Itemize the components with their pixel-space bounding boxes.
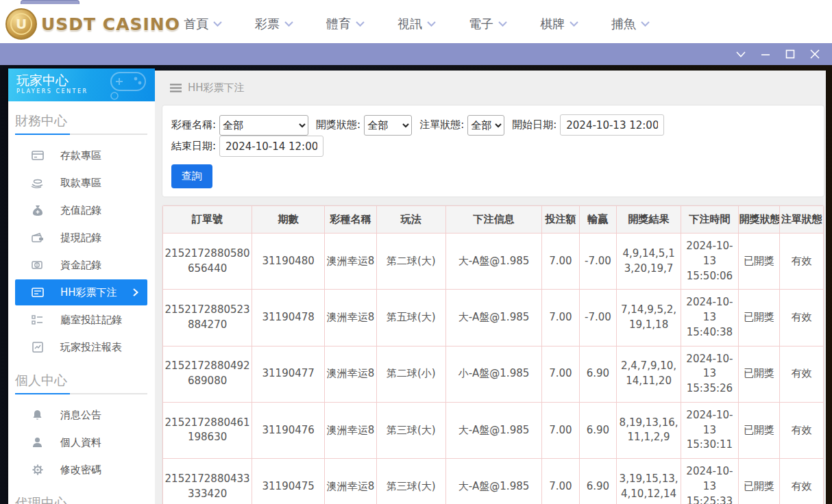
sidebar-item-change-password[interactable]: 修改密碼 xyxy=(8,456,155,483)
cell-lottery: 澳洲幸运8 xyxy=(325,459,377,504)
sidebar-section-finance: 財務中心 xyxy=(8,101,155,134)
cell-win-loss: -7.00 xyxy=(579,234,617,290)
lottery-bets-icon xyxy=(31,288,44,297)
table-header-row: 訂單號 期數 彩種名稱 玩法 下注信息 投注額 輸贏 開獎結果 下注時間 開獎狀… xyxy=(163,206,824,234)
cell-period: 31190480 xyxy=(252,234,325,290)
sidebar-item-label: HH彩票下注 xyxy=(60,286,117,299)
col-header-win-loss: 輸贏 xyxy=(579,206,617,234)
window-dropdown-icon[interactable] xyxy=(735,48,747,60)
cell-result: 8,19,13,16,11,1,2,9 xyxy=(617,402,681,458)
top-navigation: U USDT CASINO 首頁 彩票 體育 視訊 電子 棋牌 捕魚 xyxy=(0,5,832,43)
sidebar-section-personal: 個人中心 xyxy=(8,361,155,393)
main-content: HH彩票下注 彩種名稱: 全部 開獎狀態: 全部 注單狀態: xyxy=(155,71,826,504)
filter-end-date: 結束日期: xyxy=(171,136,323,157)
chevron-down-icon xyxy=(213,21,222,27)
bets-table-panel: 訂單號 期數 彩種名稱 玩法 下注信息 投注額 輸贏 開獎結果 下注時間 開獎狀… xyxy=(162,205,824,504)
cell-play: 第三球(大) xyxy=(376,402,445,458)
sidebar-item-label: 充值記錄 xyxy=(60,204,101,217)
nav-menu: 首頁 彩票 體育 視訊 電子 棋牌 捕魚 xyxy=(184,16,650,32)
filter-start-date: 開始日期: xyxy=(512,114,664,136)
cell-bet-time: 2024-10-13 15:30:11 xyxy=(681,402,739,458)
sidebar-item-label: 消息公告 xyxy=(60,409,101,422)
nav-item-label: 棋牌 xyxy=(540,16,565,32)
sidebar-item-recharge-record[interactable]: 充值記錄 xyxy=(8,197,155,224)
cell-result: 2,4,7,9,10,14,11,20 xyxy=(617,346,681,402)
cell-play: 第五球(大) xyxy=(376,290,445,346)
nav-item-live[interactable]: 視訊 xyxy=(397,16,436,32)
cell-amount: 7.00 xyxy=(542,459,580,504)
hamburger-menu-icon[interactable] xyxy=(170,84,182,92)
cell-win-loss: 6.90 xyxy=(579,459,617,504)
cell-win-loss: 6.90 xyxy=(579,402,617,458)
nav-item-home[interactable]: 首頁 xyxy=(184,16,222,32)
nav-item-sports[interactable]: 體育 xyxy=(326,16,365,32)
nav-item-fishing[interactable]: 捕魚 xyxy=(611,16,650,32)
bell-icon xyxy=(31,410,44,421)
table-row: 2152172880461198630 31190476 澳洲幸运8 第三球(大… xyxy=(163,402,824,458)
table-row: 2152172880433333420 31190475 澳洲幸运8 第三球(大… xyxy=(163,459,824,504)
sidebar-item-hh-lottery-bets[interactable]: HH彩票下注 xyxy=(15,279,147,305)
cell-play: 第二球(大) xyxy=(376,234,445,290)
recharge-record-icon xyxy=(31,205,44,216)
start-date-label: 開始日期: xyxy=(512,118,556,131)
browser-tab[interactable] xyxy=(21,0,79,4)
draw-status-select[interactable]: 全部 xyxy=(364,115,412,136)
cell-draw-status: 已開獎 xyxy=(738,346,780,402)
nav-item-lottery[interactable]: 彩票 xyxy=(255,16,293,32)
cell-bet-info: 大-A盤@1.985 xyxy=(445,290,541,346)
lottery-name-select[interactable]: 全部 xyxy=(219,115,308,136)
cell-draw-status: 已開獎 xyxy=(738,234,780,290)
window-maximize-icon[interactable] xyxy=(784,48,796,60)
chevron-down-icon xyxy=(427,21,436,27)
cell-play: 第三球(大) xyxy=(376,459,445,504)
end-date-input[interactable] xyxy=(219,136,323,157)
section-divider-accent xyxy=(15,134,70,135)
search-button[interactable]: 查詢 xyxy=(171,164,212,188)
nav-item-cards[interactable]: 棋牌 xyxy=(540,16,578,32)
profile-icon xyxy=(31,437,44,448)
cell-order-status: 有效 xyxy=(780,234,824,290)
sidebar-item-label: 廳室投註記錄 xyxy=(60,314,122,327)
cell-play: 第二球(小) xyxy=(376,346,445,402)
end-date-label: 結束日期: xyxy=(171,140,216,153)
col-header-draw-status: 開獎狀態 xyxy=(738,206,780,234)
sidebar-item-room-bet-record[interactable]: 廳室投註記錄 xyxy=(8,306,155,333)
sidebar-item-player-bet-report[interactable]: 玩家投注報表 xyxy=(8,333,155,361)
nav-item-slots[interactable]: 電子 xyxy=(469,16,507,32)
cell-bet-time: 2024-10-13 15:40:38 xyxy=(681,290,739,346)
sidebar-item-funds-record[interactable]: 資金記錄 xyxy=(8,251,155,279)
filter-draw-status: 開獎狀態: 全部 xyxy=(316,115,412,136)
sidebar-item-profile[interactable]: 個人資料 xyxy=(8,429,155,456)
start-date-input[interactable] xyxy=(560,114,664,136)
sidebar-item-label: 玩家投注報表 xyxy=(60,341,122,354)
sidebar-item-withdrawal-record[interactable]: 提現記錄 xyxy=(8,224,155,251)
cell-order-id: 2152172880580656440 xyxy=(163,234,252,290)
lottery-name-label: 彩種名稱: xyxy=(171,118,216,131)
deposit-icon xyxy=(31,150,44,161)
sidebar-item-announcements[interactable]: 消息公告 xyxy=(8,401,155,429)
sidebar-item-deposit[interactable]: 存款專區 xyxy=(8,142,155,169)
cell-period: 31190475 xyxy=(252,459,325,504)
draw-status-label: 開獎狀態: xyxy=(316,118,360,131)
window-close-icon[interactable] xyxy=(809,48,821,60)
sidebar-item-withdraw[interactable]: 取款專區 xyxy=(8,169,155,197)
chevron-down-icon xyxy=(284,21,293,27)
brand-name: USDT CASINO xyxy=(41,14,180,34)
cell-period: 31190477 xyxy=(252,346,325,402)
col-header-amount: 投注額 xyxy=(542,206,580,234)
cell-bet-time: 2024-10-13 15:35:26 xyxy=(681,346,739,402)
chevron-down-icon xyxy=(498,21,507,27)
section-divider xyxy=(15,393,147,394)
cell-order-status: 有效 xyxy=(780,346,824,402)
nav-item-label: 電子 xyxy=(469,16,493,32)
filter-row: 彩種名稱: 全部 開獎狀態: 全部 注單狀態: 全部 xyxy=(171,114,815,157)
order-status-select[interactable]: 全部 xyxy=(467,115,504,136)
order-status-label: 注單狀態: xyxy=(419,118,464,131)
cell-bet-time: 2024-10-13 15:25:33 xyxy=(681,459,739,504)
page-title: HH彩票下注 xyxy=(188,81,245,94)
window-title-bar xyxy=(0,43,832,65)
brand-coin-icon: U xyxy=(5,8,37,40)
brand-logo[interactable]: U USDT CASINO xyxy=(5,8,180,40)
window-minimize-icon[interactable] xyxy=(759,48,772,60)
nav-item-label: 捕魚 xyxy=(611,16,636,32)
